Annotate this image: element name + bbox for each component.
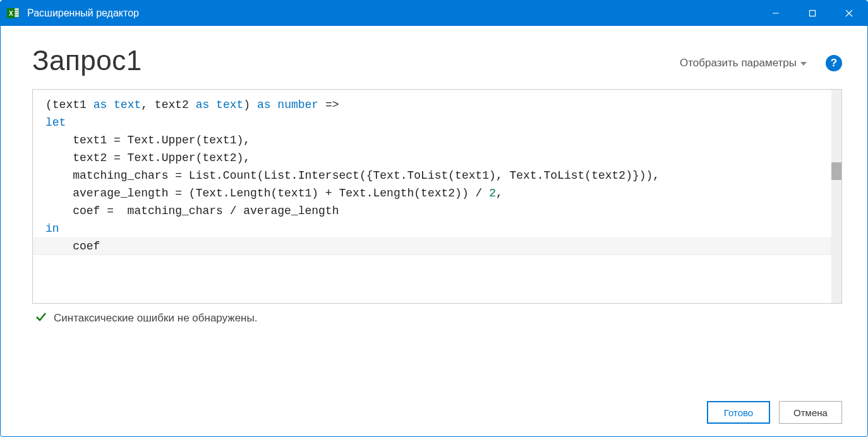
query-title: Запрос1: [32, 45, 142, 76]
content-area: Запрос1 Отобразить параметры ? (text1 as…: [1, 26, 867, 436]
minimize-button[interactable]: [757, 1, 794, 26]
check-icon: [35, 310, 47, 326]
svg-rect-4: [15, 13, 19, 15]
window-controls: [757, 1, 867, 26]
svg-rect-3: [15, 11, 19, 13]
code-editor[interactable]: (text1 as text, text2 as text) as number…: [32, 89, 842, 304]
help-icon[interactable]: ?: [826, 55, 842, 71]
code-text[interactable]: (text1 as text, text2 as text) as number…: [33, 90, 841, 303]
cancel-button[interactable]: Отмена: [779, 401, 842, 424]
close-button[interactable]: [831, 1, 867, 26]
svg-rect-5: [15, 15, 19, 18]
svg-rect-2: [15, 8, 19, 11]
svg-text:X: X: [9, 10, 13, 17]
chevron-down-icon: [800, 62, 807, 66]
titlebar: X Расширенный редактор: [1, 1, 867, 26]
header-row: Запрос1 Отобразить параметры ?: [32, 45, 842, 76]
svg-rect-7: [810, 11, 816, 16]
excel-app-icon: X: [6, 6, 21, 21]
done-button[interactable]: Готово: [707, 401, 770, 424]
maximize-button[interactable]: [794, 1, 831, 26]
display-options-dropdown[interactable]: Отобразить параметры: [680, 57, 807, 69]
status-message: Синтаксические ошибки не обнаружены.: [54, 312, 257, 325]
display-options-label: Отобразить параметры: [680, 57, 797, 69]
window-title: Расширенный редактор: [27, 8, 139, 19]
footer-buttons: Готово Отмена: [32, 388, 842, 424]
status-bar: Синтаксические ошибки не обнаружены.: [32, 304, 842, 326]
